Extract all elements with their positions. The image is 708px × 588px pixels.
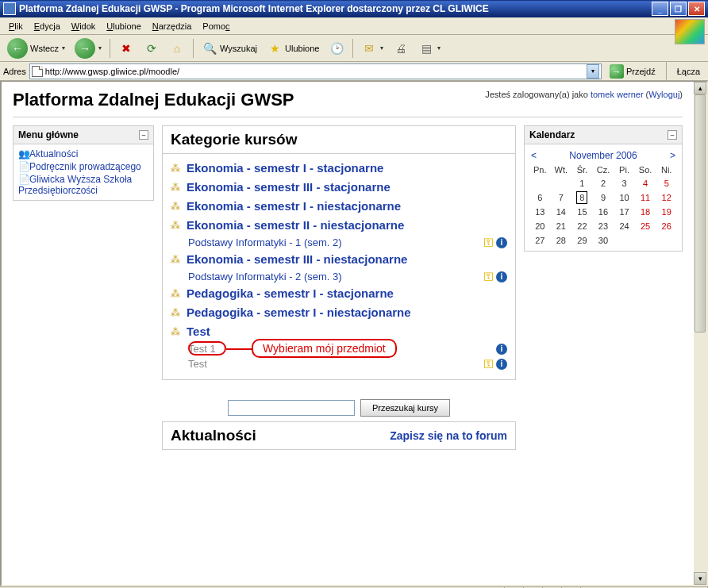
menu-tools[interactable]: Narzędzia xyxy=(147,20,198,33)
calendar-cell[interactable]: 13 xyxy=(529,205,551,219)
vertical-scrollbar[interactable]: ▴ ▾ xyxy=(694,82,706,585)
calendar-cell[interactable]: 3 xyxy=(614,176,635,190)
history-button[interactable]: 🕑 xyxy=(325,38,348,59)
calendar-cell[interactable]: 1 xyxy=(571,176,593,190)
course-icons: ⚿i xyxy=(483,358,507,370)
address-label: Adres xyxy=(3,67,26,76)
calendar-cell[interactable]: 26 xyxy=(656,219,677,233)
go-arrow-icon: → xyxy=(610,64,624,79)
go-label: Przejdź xyxy=(626,67,656,76)
back-dropdown-icon: ▾ xyxy=(62,44,65,52)
category-link[interactable]: Pedagogika - semestr I - stacjonarne xyxy=(187,286,394,301)
calendar-prev-link[interactable]: < xyxy=(531,150,537,161)
info-icon[interactable]: i xyxy=(496,344,507,355)
logout-link[interactable]: Wyloguj xyxy=(648,90,679,99)
calendar-cell[interactable]: 11 xyxy=(635,190,656,205)
login-status: Jesteś zalogowany(a) jako tomek werner (… xyxy=(485,90,683,99)
calendar-cell[interactable]: 6 xyxy=(529,190,551,205)
back-label: Wstecz xyxy=(30,44,59,53)
course-link[interactable]: Podstawy Informatyki - 1 (sem. 2) xyxy=(188,236,483,248)
calendar-cell[interactable]: 24 xyxy=(614,219,635,233)
search-button[interactable]: 🔍 Wyszukaj xyxy=(198,38,261,59)
calendar-cell[interactable]: 25 xyxy=(635,219,656,233)
category-link[interactable]: Pedagogika - semestr I - niestacjonarne xyxy=(187,306,411,320)
menu-file[interactable]: Plik xyxy=(3,20,29,33)
category-link[interactable]: Ekonomia - semestr III - stacjonarne xyxy=(187,180,391,194)
calendar-cell[interactable]: 29 xyxy=(571,233,593,248)
menu-edit[interactable]: Edycja xyxy=(29,20,66,33)
calendar-cell[interactable]: 17 xyxy=(614,205,635,219)
annotation-circle xyxy=(188,341,226,355)
menu-favorites[interactable]: Ulubione xyxy=(101,20,146,33)
calendar-day-header: So. xyxy=(635,163,656,176)
sidebar-item-1[interactable]: 📄Podręcznik prowadzącego xyxy=(18,160,148,173)
stop-button[interactable]: ✖ xyxy=(114,38,138,59)
calendar-cell[interactable]: 16 xyxy=(593,205,614,219)
edit-button[interactable]: ▤▾ xyxy=(414,38,444,59)
forward-button[interactable]: → ▾ xyxy=(71,36,106,61)
block-collapse-icon[interactable]: – xyxy=(668,130,677,140)
calendar-cell[interactable]: 20 xyxy=(529,219,551,233)
block-collapse-icon[interactable]: – xyxy=(139,130,148,140)
scroll-thumb[interactable] xyxy=(695,94,706,332)
category-link[interactable]: Ekonomia - semestr II - niestacjonarne xyxy=(187,218,404,233)
calendar-cell[interactable]: 23 xyxy=(593,219,614,233)
calendar-cell[interactable]: 4 xyxy=(635,176,656,190)
calendar-cell[interactable]: 22 xyxy=(571,219,593,233)
minimize-button[interactable]: _ xyxy=(652,2,668,16)
menu-view[interactable]: Widok xyxy=(66,20,102,33)
calendar-cell[interactable]: 28 xyxy=(551,233,572,248)
page-icon: 📄 xyxy=(18,161,29,172)
course-search-input[interactable] xyxy=(228,400,355,416)
user-link[interactable]: tomek werner xyxy=(591,90,644,99)
mail-button[interactable]: ✉▾ xyxy=(357,38,387,59)
category-link[interactable]: Ekonomia - semestr I - niestacjonarne xyxy=(187,199,401,213)
info-icon[interactable]: i xyxy=(496,237,507,248)
calendar-cell[interactable]: 18 xyxy=(635,205,656,219)
print-button[interactable]: 🖨 xyxy=(389,38,413,59)
address-input[interactable] xyxy=(45,65,587,78)
category-icon: ⁂ xyxy=(171,218,183,233)
course-link[interactable]: Podstawy Informatyki - 2 (sem. 3) xyxy=(188,271,483,282)
menu-help[interactable]: Pomoc xyxy=(197,20,235,33)
links-label[interactable]: Łącza xyxy=(672,67,705,76)
course-row: Podstawy Informatyki - 2 (sem. 3)⚿i xyxy=(171,269,507,284)
favorites-button[interactable]: ★ Ulubione xyxy=(263,38,323,59)
category-link[interactable]: Ekonomia - semestr I - stacjonarne xyxy=(187,161,383,175)
calendar-cell[interactable]: 10 xyxy=(614,190,635,205)
back-button[interactable]: ← Wstecz ▾ xyxy=(3,36,69,61)
calendar-month-link[interactable]: November 2006 xyxy=(569,150,637,161)
info-icon[interactable]: i xyxy=(496,271,507,282)
calendar-cell[interactable]: 21 xyxy=(551,219,572,233)
course-link[interactable]: Test xyxy=(188,358,483,370)
sidebar-item-2[interactable]: 📄Gliwicka Wyższa Szkoła Przedsiębiorczoś… xyxy=(18,173,148,197)
scroll-up-button[interactable]: ▴ xyxy=(694,82,706,94)
category-link[interactable]: Ekonomia - semestr III - niestacjonarne xyxy=(187,252,407,267)
calendar-cell[interactable]: 2 xyxy=(593,176,614,190)
category-icon: ⁂ xyxy=(171,180,183,194)
calendar-cell[interactable]: 7 xyxy=(551,190,572,205)
calendar-cell[interactable]: 30 xyxy=(593,233,614,248)
calendar-cell[interactable]: 27 xyxy=(529,233,551,248)
calendar-cell[interactable]: 15 xyxy=(571,205,593,219)
maximize-button[interactable]: ❐ xyxy=(670,2,687,16)
calendar-cell[interactable]: 19 xyxy=(656,205,677,219)
calendar-cell[interactable]: 8 xyxy=(571,190,593,205)
category-link[interactable]: Test xyxy=(187,325,210,339)
course-search-button[interactable]: Przeszukaj kursy xyxy=(360,399,450,417)
address-dropdown[interactable]: ▾ xyxy=(587,64,599,79)
sidebar-item-0[interactable]: 👥Aktualności xyxy=(18,148,148,160)
calendar-next-link[interactable]: > xyxy=(670,150,675,161)
calendar-cell[interactable]: 14 xyxy=(551,205,572,219)
scroll-down-button[interactable]: ▾ xyxy=(694,572,706,585)
search-icon: 🔍 xyxy=(202,40,217,56)
home-button[interactable]: ⌂ xyxy=(165,38,189,59)
refresh-button[interactable]: ⟳ xyxy=(140,38,164,59)
calendar-cell[interactable]: 5 xyxy=(656,176,677,190)
calendar-cell[interactable]: 12 xyxy=(656,190,677,205)
news-subscribe-link[interactable]: Zapisz się na to forum xyxy=(390,429,507,442)
go-button[interactable]: → Przejdź xyxy=(605,63,660,79)
info-icon[interactable]: i xyxy=(496,359,507,370)
calendar-cell[interactable]: 9 xyxy=(593,190,614,205)
close-button[interactable]: ✕ xyxy=(688,2,705,16)
